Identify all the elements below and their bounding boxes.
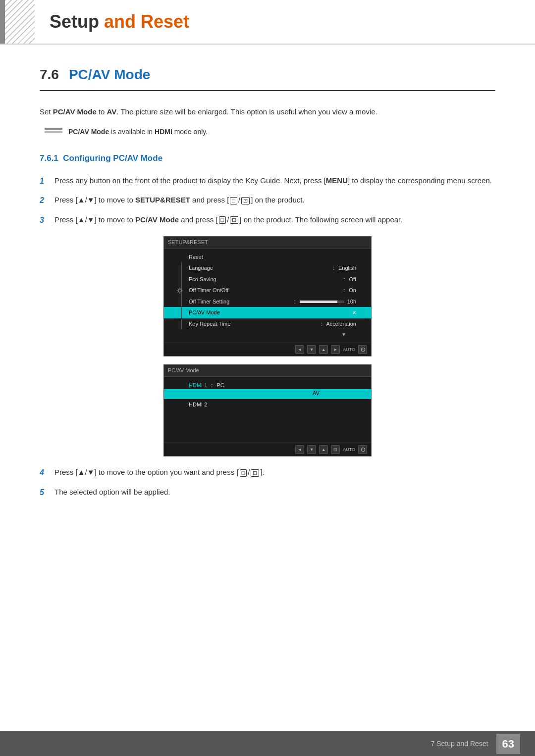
step-num-3: 3: [40, 214, 49, 227]
main-content: 7.6 PC/AV Mode Set PC/AV Mode to AV. The…: [0, 45, 535, 558]
screen1-menu: Reset Language : English Eco Saving : Of…: [164, 249, 371, 343]
note-text: PC/AV Mode is available in HDMI mode onl…: [68, 127, 208, 137]
screen1-controls: ◄ ▼ ▲ ► AUTO ⏻: [164, 343, 371, 356]
accent-bar: [0, 0, 5, 44]
page-footer: 7 Setup and Reset 63: [0, 731, 535, 756]
menu-row-pcav-mode: PC/AV Mode ✕: [164, 307, 371, 318]
ctrl2-left: ◄: [295, 445, 304, 454]
menu-row-eco-saving: Eco Saving : Off: [164, 274, 371, 285]
footer-text: 7 Setup and Reset: [431, 739, 488, 749]
sub-section-heading: 7.6.1 Configuring PC/AV Mode: [40, 152, 495, 165]
ctrl2-power: ⏻: [358, 445, 367, 454]
ctrl2-up: ▲: [319, 445, 328, 454]
pcav-row-hdmi2: HDMI 2: [164, 399, 371, 410]
ctrl-up: ▲: [319, 345, 328, 354]
steps-list-2: 4 Press [▲/▼] to move to the option you …: [40, 466, 495, 499]
step-num-4: 4: [40, 466, 49, 479]
step-4: 4 Press [▲/▼] to move to the option you …: [40, 466, 495, 479]
ctrl-auto-label: AUTO: [343, 347, 355, 353]
menu-row-more: ▼: [164, 329, 371, 340]
menu-row-language: Language : English: [164, 262, 371, 274]
note-icon: [45, 128, 62, 140]
pcav-row-hdmi1: HDMI 1 : PC: [164, 380, 371, 390]
step-num-2: 2: [40, 194, 49, 207]
step-3-text: Press [▲/▼] to move to PC/AV Mode and pr…: [54, 214, 495, 226]
ctrl-left: ◄: [295, 345, 304, 354]
ctrl2-auto-label: AUTO: [343, 447, 355, 454]
screen2-title: PC/AV Mode: [164, 365, 371, 377]
menu-row-reset: Reset: [164, 252, 371, 263]
screen2-menu: HDMI 1 : PC AV HDMI 2: [164, 377, 371, 443]
header-title-area: Setup and Reset: [35, 0, 535, 44]
ctrl-right: ►: [331, 345, 340, 354]
step-2: 2 Press [▲/▼] to move to SETUP&RESET and…: [40, 194, 495, 207]
section-heading: 7.6 PC/AV Mode: [40, 64, 495, 91]
pcav-row-av: AV: [164, 389, 371, 399]
step-3: 3 Press [▲/▼] to move to PC/AV Mode and …: [40, 214, 495, 227]
step-num-1: 1: [40, 175, 49, 188]
menu-row-off-timer-setting: Off Timer Setting : 10h: [164, 296, 371, 307]
screen1-title: SETUP&RESET: [164, 237, 371, 249]
screen-setup-reset: SETUP&RESET Reset Language : English Eco…: [163, 236, 372, 356]
ctrl2-down: ▼: [307, 445, 316, 454]
ctrl-power: ⏻: [358, 345, 367, 354]
page-title: Setup and Reset: [50, 8, 189, 35]
section-number: 7.6: [40, 64, 59, 85]
steps-list: 1 Press any button on the front of the p…: [40, 175, 495, 227]
step-4-text: Press [▲/▼] to move to the option you wa…: [54, 466, 495, 478]
ctrl-down: ▼: [307, 345, 316, 354]
page-header: Setup and Reset: [0, 0, 535, 45]
menu-row-key-repeat: Key Repeat Time : Acceleration: [164, 318, 371, 330]
section-title: PC/AV Mode: [69, 64, 150, 85]
footer-page-number: 63: [496, 734, 520, 754]
menu-row-off-timer-onoff: Off Timer On/Off : On: [164, 285, 371, 296]
screen2-controls: ◄ ▼ ▲ ⊡ AUTO ⏻: [164, 443, 371, 456]
screenshots: SETUP&RESET Reset Language : English Eco…: [40, 236, 495, 456]
gear-icon: [176, 287, 183, 294]
stripe-decoration: [5, 0, 35, 44]
step-1: 1 Press any button on the front of the p…: [40, 175, 495, 188]
step-5: 5 The selected option will be applied.: [40, 486, 495, 499]
step-5-text: The selected option will be applied.: [54, 486, 495, 498]
step-2-text: Press [▲/▼] to move to SETUP&RESET and p…: [54, 194, 495, 206]
screen-pcav-mode: PC/AV Mode HDMI 1 : PC AV HDMI 2: [163, 364, 372, 456]
note-box: PC/AV Mode is available in HDMI mode onl…: [45, 127, 495, 140]
svg-point-0: [178, 289, 181, 292]
step-1-text: Press any button on the front of the pro…: [54, 175, 495, 187]
intro-text: Set PC/AV Mode to AV. The picture size w…: [40, 106, 495, 118]
ctrl2-enter: ⊡: [331, 445, 340, 454]
step-num-5: 5: [40, 486, 49, 499]
